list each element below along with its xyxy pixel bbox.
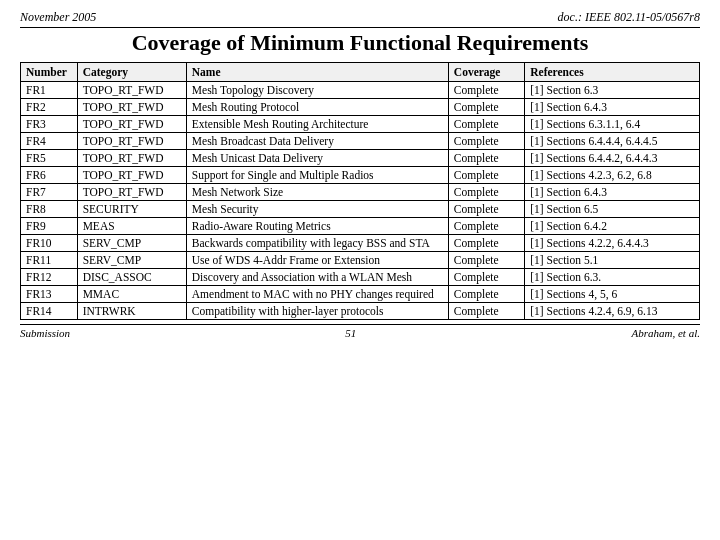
- cell-number: FR3: [21, 116, 78, 133]
- requirements-table: Number Category Name Coverage References…: [20, 62, 700, 320]
- cell-number: FR1: [21, 82, 78, 99]
- cell-name: Mesh Routing Protocol: [186, 99, 448, 116]
- cell-category: TOPO_RT_FWD: [77, 167, 186, 184]
- cell-name: Use of WDS 4-Addr Frame or Extension: [186, 252, 448, 269]
- cell-category: TOPO_RT_FWD: [77, 133, 186, 150]
- table-row: FR13MMACAmendment to MAC with no PHY cha…: [21, 286, 700, 303]
- cell-number: FR4: [21, 133, 78, 150]
- cell-category: MMAC: [77, 286, 186, 303]
- cell-category: TOPO_RT_FWD: [77, 99, 186, 116]
- table-row: FR12DISC_ASSOCDiscovery and Association …: [21, 269, 700, 286]
- footer: Submission 51 Abraham, et al.: [20, 324, 700, 339]
- col-header-category: Category: [77, 63, 186, 82]
- cell-number: FR2: [21, 99, 78, 116]
- table-row: FR8SECURITYMesh SecurityComplete[1] Sect…: [21, 201, 700, 218]
- table-row: FR3TOPO_RT_FWDExtensible Mesh Routing Ar…: [21, 116, 700, 133]
- cell-number: FR5: [21, 150, 78, 167]
- cell-coverage: Complete: [448, 99, 524, 116]
- cell-coverage: Complete: [448, 201, 524, 218]
- cell-category: TOPO_RT_FWD: [77, 150, 186, 167]
- page: November 2005 doc.: IEEE 802.11-05/0567r…: [0, 0, 720, 540]
- cell-name: Backwards compatibility with legacy BSS …: [186, 235, 448, 252]
- cell-coverage: Complete: [448, 218, 524, 235]
- table-row: FR5TOPO_RT_FWDMesh Unicast Data Delivery…: [21, 150, 700, 167]
- cell-category: DISC_ASSOC: [77, 269, 186, 286]
- cell-coverage: Complete: [448, 133, 524, 150]
- cell-coverage: Complete: [448, 235, 524, 252]
- cell-number: FR9: [21, 218, 78, 235]
- cell-references: [1] Section 5.1: [525, 252, 700, 269]
- cell-number: FR13: [21, 286, 78, 303]
- cell-references: [1] Sections 6.4.4.4, 6.4.4.5: [525, 133, 700, 150]
- col-header-references: References: [525, 63, 700, 82]
- cell-references: [1] Sections 4.2.4, 6.9, 6.13: [525, 303, 700, 320]
- cell-coverage: Complete: [448, 116, 524, 133]
- cell-coverage: Complete: [448, 269, 524, 286]
- cell-coverage: Complete: [448, 286, 524, 303]
- table-row: FR6TOPO_RT_FWDSupport for Single and Mul…: [21, 167, 700, 184]
- page-title: Coverage of Minimum Functional Requireme…: [20, 30, 700, 56]
- cell-coverage: Complete: [448, 303, 524, 320]
- table-row: FR14INTRWRKCompatibility with higher-lay…: [21, 303, 700, 320]
- cell-references: [1] Sections 4.2.3, 6.2, 6.8: [525, 167, 700, 184]
- table-header-row: Number Category Name Coverage References: [21, 63, 700, 82]
- cell-references: [1] Sections 4, 5, 6: [525, 286, 700, 303]
- cell-number: FR14: [21, 303, 78, 320]
- cell-category: MEAS: [77, 218, 186, 235]
- header-right: doc.: IEEE 802.11-05/0567r8: [558, 10, 700, 25]
- cell-references: [1] Section 6.3: [525, 82, 700, 99]
- cell-name: Support for Single and Multiple Radios: [186, 167, 448, 184]
- cell-name: Mesh Security: [186, 201, 448, 218]
- cell-coverage: Complete: [448, 167, 524, 184]
- table-row: FR7TOPO_RT_FWDMesh Network SizeComplete[…: [21, 184, 700, 201]
- header: November 2005 doc.: IEEE 802.11-05/0567r…: [20, 10, 700, 28]
- cell-number: FR10: [21, 235, 78, 252]
- cell-category: SERV_CMP: [77, 252, 186, 269]
- col-header-name: Name: [186, 63, 448, 82]
- cell-number: FR7: [21, 184, 78, 201]
- cell-coverage: Complete: [448, 150, 524, 167]
- cell-number: FR6: [21, 167, 78, 184]
- table-row: FR1TOPO_RT_FWDMesh Topology DiscoveryCom…: [21, 82, 700, 99]
- cell-name: Extensible Mesh Routing Architecture: [186, 116, 448, 133]
- cell-coverage: Complete: [448, 252, 524, 269]
- header-left: November 2005: [20, 10, 96, 25]
- cell-references: [1] Sections 4.2.2, 6.4.4.3: [525, 235, 700, 252]
- cell-category: TOPO_RT_FWD: [77, 82, 186, 99]
- cell-coverage: Complete: [448, 184, 524, 201]
- cell-name: Mesh Network Size: [186, 184, 448, 201]
- cell-name: Mesh Unicast Data Delivery: [186, 150, 448, 167]
- footer-right: Abraham, et al.: [632, 327, 700, 339]
- footer-center: 51: [345, 327, 356, 339]
- cell-references: [1] Section 6.4.3: [525, 99, 700, 116]
- cell-name: Mesh Broadcast Data Delivery: [186, 133, 448, 150]
- cell-name: Radio-Aware Routing Metrics: [186, 218, 448, 235]
- footer-left: Submission: [20, 327, 70, 339]
- cell-number: FR12: [21, 269, 78, 286]
- table-row: FR2TOPO_RT_FWDMesh Routing ProtocolCompl…: [21, 99, 700, 116]
- cell-category: TOPO_RT_FWD: [77, 184, 186, 201]
- cell-number: FR11: [21, 252, 78, 269]
- col-header-coverage: Coverage: [448, 63, 524, 82]
- cell-name: Amendment to MAC with no PHY changes req…: [186, 286, 448, 303]
- cell-category: SECURITY: [77, 201, 186, 218]
- cell-category: TOPO_RT_FWD: [77, 116, 186, 133]
- table-row: FR4TOPO_RT_FWDMesh Broadcast Data Delive…: [21, 133, 700, 150]
- cell-coverage: Complete: [448, 82, 524, 99]
- cell-name: Compatibility with higher-layer protocol…: [186, 303, 448, 320]
- cell-name: Mesh Topology Discovery: [186, 82, 448, 99]
- cell-number: FR8: [21, 201, 78, 218]
- cell-references: [1] Sections 6.3.1.1, 6.4: [525, 116, 700, 133]
- cell-category: INTRWRK: [77, 303, 186, 320]
- cell-references: [1] Section 6.3.: [525, 269, 700, 286]
- col-header-number: Number: [21, 63, 78, 82]
- cell-category: SERV_CMP: [77, 235, 186, 252]
- cell-name: Discovery and Association with a WLAN Me…: [186, 269, 448, 286]
- table-row: FR10SERV_CMPBackwards compatibility with…: [21, 235, 700, 252]
- cell-references: [1] Section 6.4.3: [525, 184, 700, 201]
- table-row: FR11SERV_CMPUse of WDS 4-Addr Frame or E…: [21, 252, 700, 269]
- cell-references: [1] Section 6.4.2: [525, 218, 700, 235]
- cell-references: [1] Section 6.5: [525, 201, 700, 218]
- table-row: FR9MEASRadio-Aware Routing MetricsComple…: [21, 218, 700, 235]
- cell-references: [1] Sections 6.4.4.2, 6.4.4.3: [525, 150, 700, 167]
